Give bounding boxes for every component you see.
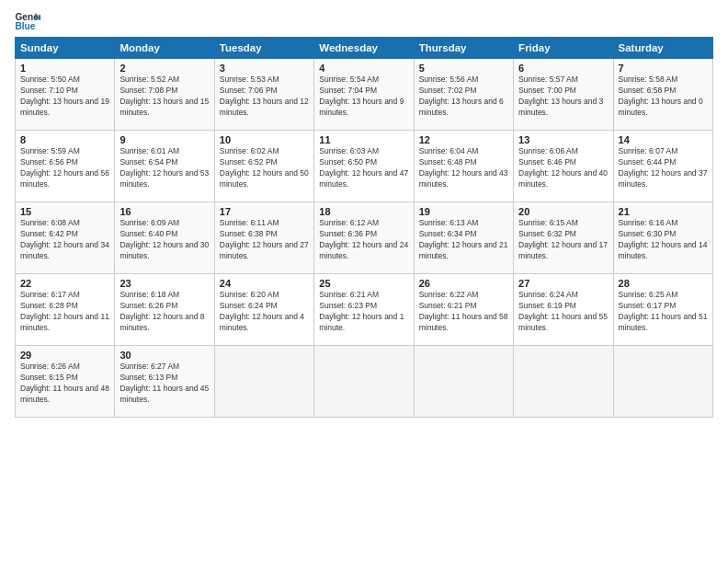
day-info: Sunrise: 5:53 AM Sunset: 7:06 PM Dayligh… bbox=[220, 75, 309, 119]
day-number: 22 bbox=[20, 278, 109, 289]
calendar-day-cell bbox=[314, 346, 414, 418]
calendar-day-cell: 21 Sunrise: 6:16 AM Sunset: 6:30 PM Dayl… bbox=[613, 202, 712, 274]
day-info: Sunrise: 6:13 AM Sunset: 6:34 PM Dayligh… bbox=[419, 218, 508, 262]
calendar-day-cell: 15 Sunrise: 6:08 AM Sunset: 6:42 PM Dayl… bbox=[16, 202, 115, 274]
day-info: Sunrise: 6:18 AM Sunset: 6:26 PM Dayligh… bbox=[119, 290, 209, 334]
day-info: Sunrise: 6:03 AM Sunset: 6:50 PM Dayligh… bbox=[319, 146, 408, 190]
calendar-day-cell: 30 Sunrise: 6:27 AM Sunset: 6:13 PM Dayl… bbox=[115, 346, 214, 418]
weekday-header: Thursday bbox=[414, 38, 513, 59]
day-number: 10 bbox=[220, 134, 309, 145]
day-number: 15 bbox=[20, 206, 109, 217]
day-number: 2 bbox=[119, 63, 209, 74]
weekday-header: Wednesday bbox=[314, 38, 414, 59]
calendar-day-cell bbox=[514, 346, 613, 418]
calendar-day-cell: 12 Sunrise: 6:04 AM Sunset: 6:48 PM Dayl… bbox=[414, 131, 513, 202]
day-number: 26 bbox=[419, 278, 508, 289]
day-number: 18 bbox=[319, 206, 408, 217]
calendar-day-cell: 27 Sunrise: 6:24 AM Sunset: 6:19 PM Dayl… bbox=[514, 274, 613, 346]
day-info: Sunrise: 5:52 AM Sunset: 7:08 PM Dayligh… bbox=[119, 75, 209, 119]
weekday-header: Friday bbox=[514, 38, 613, 59]
calendar-day-cell: 22 Sunrise: 6:17 AM Sunset: 6:28 PM Dayl… bbox=[16, 274, 115, 346]
day-info: Sunrise: 6:22 AM Sunset: 6:21 PM Dayligh… bbox=[419, 290, 508, 334]
day-info: Sunrise: 5:56 AM Sunset: 7:02 PM Dayligh… bbox=[419, 75, 508, 119]
day-info: Sunrise: 6:15 AM Sunset: 6:32 PM Dayligh… bbox=[518, 218, 608, 262]
calendar-body: 1 Sunrise: 5:50 AM Sunset: 7:10 PM Dayli… bbox=[16, 59, 713, 418]
calendar-day-cell: 14 Sunrise: 6:07 AM Sunset: 6:44 PM Dayl… bbox=[613, 131, 712, 202]
calendar-day-cell: 19 Sunrise: 6:13 AM Sunset: 6:34 PM Dayl… bbox=[414, 202, 513, 274]
day-info: Sunrise: 5:59 AM Sunset: 6:56 PM Dayligh… bbox=[20, 146, 109, 190]
day-number: 16 bbox=[119, 206, 209, 217]
day-number: 20 bbox=[518, 206, 608, 217]
calendar-day-cell: 4 Sunrise: 5:54 AM Sunset: 7:04 PM Dayli… bbox=[314, 59, 414, 131]
day-number: 17 bbox=[220, 206, 309, 217]
calendar-day-cell: 29 Sunrise: 6:26 AM Sunset: 6:15 PM Dayl… bbox=[16, 346, 115, 418]
day-number: 4 bbox=[319, 63, 408, 74]
day-info: Sunrise: 6:01 AM Sunset: 6:54 PM Dayligh… bbox=[119, 146, 209, 190]
calendar-week-row: 1 Sunrise: 5:50 AM Sunset: 7:10 PM Dayli… bbox=[16, 59, 713, 131]
day-number: 7 bbox=[619, 63, 708, 74]
day-info: Sunrise: 6:24 AM Sunset: 6:19 PM Dayligh… bbox=[518, 290, 608, 334]
day-info: Sunrise: 5:50 AM Sunset: 7:10 PM Dayligh… bbox=[20, 75, 109, 119]
calendar-day-cell: 9 Sunrise: 6:01 AM Sunset: 6:54 PM Dayli… bbox=[115, 131, 214, 202]
day-number: 6 bbox=[518, 63, 608, 74]
weekday-header: Monday bbox=[115, 38, 214, 59]
day-number: 24 bbox=[220, 278, 309, 289]
day-info: Sunrise: 6:07 AM Sunset: 6:44 PM Dayligh… bbox=[619, 146, 708, 190]
day-number: 12 bbox=[419, 134, 508, 145]
day-number: 8 bbox=[20, 134, 109, 145]
day-info: Sunrise: 6:04 AM Sunset: 6:48 PM Dayligh… bbox=[419, 146, 508, 190]
calendar-table: SundayMondayTuesdayWednesdayThursdayFrid… bbox=[15, 37, 713, 418]
calendar-day-cell: 17 Sunrise: 6:11 AM Sunset: 6:38 PM Dayl… bbox=[214, 202, 313, 274]
day-number: 3 bbox=[220, 63, 309, 74]
calendar-day-cell: 26 Sunrise: 6:22 AM Sunset: 6:21 PM Dayl… bbox=[414, 274, 513, 346]
day-number: 13 bbox=[518, 134, 608, 145]
day-info: Sunrise: 5:54 AM Sunset: 7:04 PM Dayligh… bbox=[319, 75, 408, 119]
page-container: General Blue SundayMondayTuesdayWednesda… bbox=[0, 0, 728, 425]
day-number: 9 bbox=[119, 134, 209, 145]
day-number: 23 bbox=[119, 278, 209, 289]
day-number: 28 bbox=[619, 278, 708, 289]
weekday-header: Tuesday bbox=[214, 38, 313, 59]
day-info: Sunrise: 5:57 AM Sunset: 7:00 PM Dayligh… bbox=[518, 75, 608, 119]
day-info: Sunrise: 6:08 AM Sunset: 6:42 PM Dayligh… bbox=[20, 218, 109, 262]
calendar-day-cell: 16 Sunrise: 6:09 AM Sunset: 6:40 PM Dayl… bbox=[115, 202, 214, 274]
day-number: 14 bbox=[619, 134, 708, 145]
day-number: 25 bbox=[319, 278, 408, 289]
calendar-day-cell: 24 Sunrise: 6:20 AM Sunset: 6:24 PM Dayl… bbox=[214, 274, 313, 346]
calendar-week-row: 22 Sunrise: 6:17 AM Sunset: 6:28 PM Dayl… bbox=[16, 274, 713, 346]
day-info: Sunrise: 6:27 AM Sunset: 6:13 PM Dayligh… bbox=[119, 362, 209, 406]
day-info: Sunrise: 6:02 AM Sunset: 6:52 PM Dayligh… bbox=[220, 146, 309, 190]
day-number: 30 bbox=[119, 350, 209, 361]
calendar-day-cell: 11 Sunrise: 6:03 AM Sunset: 6:50 PM Dayl… bbox=[314, 131, 414, 202]
calendar-day-cell: 20 Sunrise: 6:15 AM Sunset: 6:32 PM Dayl… bbox=[514, 202, 613, 274]
logo: General Blue bbox=[15, 11, 44, 31]
calendar-day-cell: 10 Sunrise: 6:02 AM Sunset: 6:52 PM Dayl… bbox=[214, 131, 313, 202]
day-number: 1 bbox=[20, 63, 109, 74]
calendar-day-cell: 5 Sunrise: 5:56 AM Sunset: 7:02 PM Dayli… bbox=[414, 59, 513, 131]
weekday-header: Saturday bbox=[613, 38, 712, 59]
calendar-day-cell: 1 Sunrise: 5:50 AM Sunset: 7:10 PM Dayli… bbox=[16, 59, 115, 131]
calendar-header: SundayMondayTuesdayWednesdayThursdayFrid… bbox=[16, 38, 713, 59]
day-info: Sunrise: 6:09 AM Sunset: 6:40 PM Dayligh… bbox=[119, 218, 209, 262]
day-info: Sunrise: 5:58 AM Sunset: 6:58 PM Dayligh… bbox=[619, 75, 708, 119]
day-number: 27 bbox=[518, 278, 608, 289]
calendar-day-cell bbox=[414, 346, 513, 418]
svg-text:Blue: Blue bbox=[15, 21, 35, 31]
calendar-day-cell: 13 Sunrise: 6:06 AM Sunset: 6:46 PM Dayl… bbox=[514, 131, 613, 202]
calendar-day-cell bbox=[214, 346, 313, 418]
calendar-day-cell: 3 Sunrise: 5:53 AM Sunset: 7:06 PM Dayli… bbox=[214, 59, 313, 131]
calendar-day-cell: 8 Sunrise: 5:59 AM Sunset: 6:56 PM Dayli… bbox=[16, 131, 115, 202]
calendar-day-cell: 28 Sunrise: 6:25 AM Sunset: 6:17 PM Dayl… bbox=[613, 274, 712, 346]
calendar-day-cell: 2 Sunrise: 5:52 AM Sunset: 7:08 PM Dayli… bbox=[115, 59, 214, 131]
calendar-day-cell: 25 Sunrise: 6:21 AM Sunset: 6:23 PM Dayl… bbox=[314, 274, 414, 346]
day-info: Sunrise: 6:06 AM Sunset: 6:46 PM Dayligh… bbox=[518, 146, 608, 190]
day-info: Sunrise: 6:21 AM Sunset: 6:23 PM Dayligh… bbox=[319, 290, 408, 334]
header-row: SundayMondayTuesdayWednesdayThursdayFrid… bbox=[16, 38, 713, 59]
day-number: 5 bbox=[419, 63, 508, 74]
calendar-day-cell: 7 Sunrise: 5:58 AM Sunset: 6:58 PM Dayli… bbox=[613, 59, 712, 131]
calendar-week-row: 29 Sunrise: 6:26 AM Sunset: 6:15 PM Dayl… bbox=[16, 346, 713, 418]
day-info: Sunrise: 6:12 AM Sunset: 6:36 PM Dayligh… bbox=[319, 218, 408, 262]
calendar-day-cell bbox=[613, 346, 712, 418]
day-info: Sunrise: 6:25 AM Sunset: 6:17 PM Dayligh… bbox=[619, 290, 708, 334]
calendar-day-cell: 23 Sunrise: 6:18 AM Sunset: 6:26 PM Dayl… bbox=[115, 274, 214, 346]
